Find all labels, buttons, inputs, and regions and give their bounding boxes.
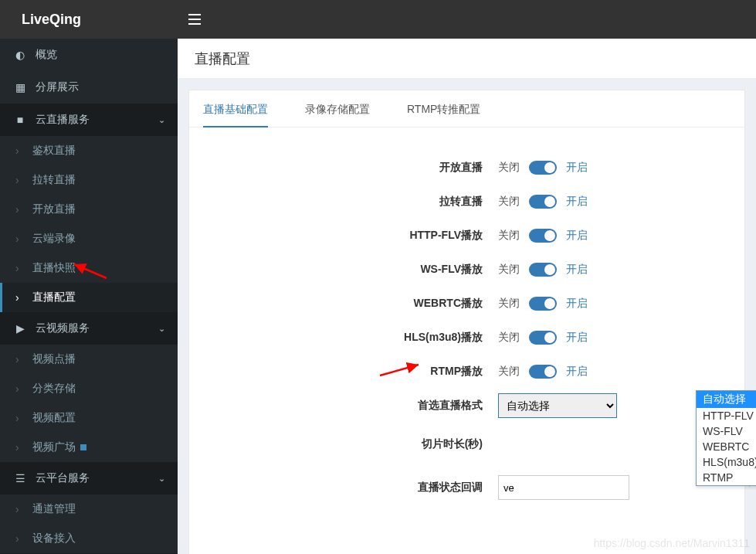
label-webrtc: WEBRTC播放 (189, 297, 498, 311)
chevron-down-icon: ⌄ (158, 324, 165, 334)
angle-icon: › (15, 382, 23, 395)
sidebar-label: 云平台服务 (36, 471, 158, 485)
form: 开放直播 关闭开启 拉转直播 关闭开启 HTTP-FLV播放 关闭开启 WS-F… (189, 127, 744, 509)
switch-webrtc[interactable] (529, 297, 557, 311)
page-title: 直播配置 (195, 49, 250, 68)
row-rtmp: RTMP播放 关闭开启 (189, 355, 744, 389)
sidebar-item-platform[interactable]: ☰ 云平台服务 ⌄ (0, 462, 178, 495)
angle-icon: › (15, 353, 23, 365)
switch-hls[interactable] (529, 331, 557, 345)
server-icon: ☰ (12, 472, 28, 484)
sidebar-sub-live-config[interactable]: ›直播配置 (0, 283, 178, 312)
select-pref-format[interactable]: 自动选择 (498, 393, 617, 418)
brand-logo: LiveQing (22, 12, 81, 28)
sidebar-sub-pull-live[interactable]: ›拉转直播 (0, 165, 178, 195)
switch-open-live[interactable] (529, 161, 557, 175)
label-pull-live: 拉转直播 (189, 195, 498, 209)
row-hls: HLS(m3u8)播放 关闭开启 (189, 321, 744, 355)
switch-ws-flv[interactable] (529, 263, 557, 277)
hamburger-toggle[interactable] (178, 0, 212, 39)
angle-icon: › (15, 441, 23, 454)
row-status-cb: 直播状态回调 (189, 466, 744, 509)
play-icon: ▶ (12, 322, 28, 335)
sidebar-sub-category-storage[interactable]: ›分类存储 (0, 374, 178, 403)
label-http-flv: HTTP-FLV播放 (189, 229, 498, 243)
switch-pull-live[interactable] (529, 195, 557, 209)
hamburger-icon (188, 14, 201, 25)
sidebar-sub-cloud-record[interactable]: ›云端录像 (0, 224, 178, 253)
switch-http-flv[interactable] (529, 229, 557, 243)
angle-icon: › (15, 532, 23, 545)
sidebar-item-overview[interactable]: ◐ 概览 (0, 39, 178, 71)
row-pull-live: 拉转直播 关闭开启 (189, 185, 744, 219)
sidebar-sub-auth-live[interactable]: ›鉴权直播 (0, 136, 178, 165)
video-icon: ■ (12, 114, 28, 126)
sidebar-sub-open-live[interactable]: ›开放直播 (0, 195, 178, 224)
option-http-flv[interactable]: HTTP-FLV (697, 408, 756, 423)
tab-rtmp-push[interactable]: RTMP转推配置 (407, 103, 480, 127)
angle-icon: › (15, 233, 23, 245)
sidebar-label: 云视频服务 (36, 321, 158, 335)
angle-icon: › (15, 203, 23, 216)
brand-cell: LiveQing (0, 0, 178, 39)
sidebar-item-split[interactable]: ▦ 分屏展示 (0, 71, 178, 104)
chevron-down-icon: ⌄ (158, 474, 165, 484)
option-rtmp[interactable]: RTMP (697, 470, 756, 485)
row-http-flv: HTTP-FLV播放 关闭开启 (189, 219, 744, 253)
chevron-down-icon: ⌄ (158, 115, 165, 125)
sidebar-sub-device[interactable]: ›设备接入 (0, 524, 178, 553)
angle-icon: › (15, 503, 23, 515)
tab-basic[interactable]: 直播基础配置 (203, 103, 268, 127)
option-webrtc[interactable]: WEBRTC (697, 439, 756, 454)
angle-icon: › (15, 174, 23, 186)
switch-rtmp[interactable] (529, 365, 557, 379)
sidebar-sub-vod[interactable]: ›视频点播 (0, 345, 178, 374)
grid-icon: ▦ (12, 81, 28, 93)
sidebar-item-cloud-video[interactable]: ▶ 云视频服务 ⌄ (0, 312, 178, 345)
text-off: 关闭 (498, 161, 520, 175)
angle-icon: › (15, 412, 23, 424)
topbar: LiveQing (0, 0, 756, 39)
row-open-live: 开放直播 关闭开启 (189, 151, 744, 185)
option-ws-flv[interactable]: WS-FLV (697, 423, 756, 439)
badge-icon (80, 444, 86, 450)
row-ws-flv: WS-FLV播放 关闭开启 (189, 253, 744, 287)
row-pref-format: 首选直播格式 自动选择 (189, 389, 744, 423)
tabs: 直播基础配置 录像存储配置 RTMP转推配置 (189, 90, 744, 127)
option-auto[interactable]: 自动选择 (697, 391, 756, 408)
sidebar-item-cloud-live[interactable]: ■ 云直播服务 ⌄ (0, 104, 178, 136)
label-pref-format: 首选直播格式 (189, 399, 498, 413)
label-open-live: 开放直播 (189, 161, 498, 175)
text-on: 开启 (566, 161, 588, 175)
sidebar-sub-channel[interactable]: ›通道管理 (0, 495, 178, 524)
row-webrtc: WEBRTC播放 关闭开启 (189, 287, 744, 321)
tab-record[interactable]: 录像存储配置 (305, 103, 370, 127)
sidebar: ◐ 概览 ▦ 分屏展示 ■ 云直播服务 ⌄ ›鉴权直播 ›拉转直播 ›开放直播 … (0, 39, 178, 554)
sidebar-sub-snapshot[interactable]: ›直播快照 (0, 253, 178, 283)
dropdown-pref-format[interactable]: 自动选择 HTTP-FLV WS-FLV WEBRTC HLS(m3u8) RT… (696, 390, 756, 486)
layout: ◐ 概览 ▦ 分屏展示 ■ 云直播服务 ⌄ ›鉴权直播 ›拉转直播 ›开放直播 … (0, 39, 756, 554)
sidebar-sub-video-square[interactable]: ›视频广场 (0, 433, 178, 462)
input-status-callback[interactable] (498, 475, 629, 500)
angle-icon: › (15, 144, 23, 157)
sidebar-label: 分屏展示 (36, 80, 165, 94)
dashboard-icon: ◐ (12, 49, 28, 61)
sidebar-label: 概览 (36, 48, 165, 62)
content: 直播配置 直播基础配置 录像存储配置 RTMP转推配置 开放直播 关闭开启 拉转… (178, 39, 756, 554)
option-hls[interactable]: HLS(m3u8) (697, 454, 756, 470)
sidebar-sub-video-config[interactable]: ›视频配置 (0, 403, 178, 433)
label-slice-dur: 切片时长(秒) (189, 437, 498, 451)
label-status-cb: 直播状态回调 (189, 481, 498, 495)
config-panel: 直播基础配置 录像存储配置 RTMP转推配置 开放直播 关闭开启 拉转直播 关闭… (188, 90, 745, 554)
row-slice-dur: 切片时长(秒) (189, 423, 744, 466)
label-rtmp: RTMP播放 (189, 365, 498, 379)
angle-icon: › (15, 262, 23, 274)
sidebar-label: 云直播服务 (36, 113, 158, 127)
page-header: 直播配置 (178, 39, 756, 79)
label-hls: HLS(m3u8)播放 (189, 331, 498, 345)
angle-icon: › (15, 291, 23, 304)
label-ws-flv: WS-FLV播放 (189, 263, 498, 277)
